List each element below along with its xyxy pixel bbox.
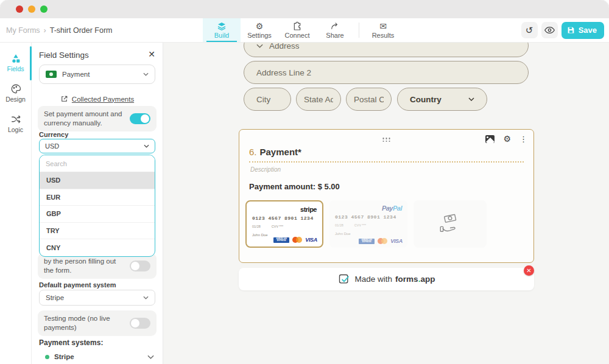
city-input[interactable]: City (244, 88, 291, 111)
payment-field-block[interactable]: ⚙ ⋮ 6.Payment* Description Payment amoun… (239, 129, 534, 263)
chevron-down-icon (143, 296, 149, 299)
panel-title: Field Settings (39, 51, 89, 60)
address-line2-input[interactable]: Address Line 2 (244, 61, 529, 84)
currency-option-cny[interactable]: CNY (40, 239, 155, 256)
gear-icon: ⚙ (256, 21, 264, 31)
manual-amount-toggle[interactable] (130, 113, 150, 124)
paypal-card-option[interactable]: PayPal 0123 4567 8901 1234 01/28 CVV ***… (329, 200, 407, 248)
currency-select[interactable]: USD (39, 139, 155, 153)
gear-icon[interactable]: ⚙ (503, 135, 511, 143)
remove-badge-button[interactable]: ✕ (524, 265, 534, 276)
palette-icon (10, 83, 21, 94)
payment-system-stripe-label: Stripe (54, 353, 74, 360)
card-number: 0123 4567 8901 1234 (252, 215, 314, 221)
puzzle-icon (292, 21, 302, 31)
breadcrumb-separator: › (44, 26, 46, 35)
country-select[interactable]: Country (397, 88, 487, 111)
sidebar-fields-label: Fields (7, 65, 24, 72)
person-decides-toggle[interactable] (130, 261, 150, 271)
visa-logo: VISA (305, 237, 317, 243)
minimize-window-button[interactable] (28, 5, 35, 13)
tab-share-label: Share (326, 32, 343, 39)
chevron-down-icon (468, 97, 474, 101)
payment-field-title: 6.Payment* (249, 147, 301, 157)
currency-option-eur[interactable]: EUR (40, 189, 155, 206)
close-icon[interactable]: ✕ (148, 49, 155, 59)
field-type-select[interactable]: Payment (39, 65, 155, 84)
tab-settings-label: Settings (247, 32, 272, 39)
save-button[interactable]: Save (561, 22, 604, 39)
made-with-badge[interactable]: Made with forms.app (239, 268, 534, 290)
collected-payments-label: Collected Payments (72, 96, 134, 103)
manual-payment-card-option[interactable] (414, 200, 487, 248)
manual-amount-label: Set payment amount and currency manually… (44, 110, 125, 128)
description-placeholder[interactable]: Description (250, 166, 281, 173)
image-icon[interactable] (485, 135, 495, 143)
tab-build-label: Build (214, 32, 229, 39)
chevron-down-icon (143, 72, 149, 76)
history-button[interactable]: ↺ (521, 22, 538, 38)
breadcrumb: My Forms › T-shirt Order Form (6, 18, 113, 42)
tab-settings[interactable]: ⚙ Settings (241, 18, 278, 42)
card-name: John Doe (335, 232, 351, 236)
tab-connect[interactable]: Connect (278, 18, 316, 42)
state-placeholder: State Add (304, 95, 333, 104)
share-arrow-icon (330, 21, 340, 31)
sidebar-item-design[interactable]: Design (0, 78, 31, 108)
zoom-window-button[interactable] (40, 5, 48, 13)
default-payment-label: Default payment system (39, 281, 116, 289)
left-rail: Fields Design Logic (0, 43, 32, 364)
collected-payments-link[interactable]: Collected Payments (32, 95, 163, 103)
address-label: Address (269, 43, 300, 51)
close-window-button[interactable] (16, 5, 23, 13)
currency-search-input[interactable] (40, 155, 155, 172)
currency-option-gbp[interactable]: GBP (40, 206, 155, 223)
tab-build[interactable]: Build (203, 18, 241, 42)
drag-handle-icon[interactable] (382, 138, 390, 142)
payment-systems-label: Payment systems: (39, 338, 103, 347)
sidebar-design-label: Design (5, 96, 26, 103)
stripe-logo: stripe (300, 206, 317, 213)
postal-code-input[interactable]: Postal Co (346, 88, 392, 111)
preview-button[interactable] (541, 22, 558, 38)
default-payment-select[interactable]: Stripe (39, 290, 155, 306)
forms-app-logo-icon (338, 273, 350, 285)
currency-value: USD (45, 142, 59, 150)
country-label: Country (410, 95, 442, 104)
testing-mode-toggle[interactable] (130, 318, 150, 329)
state-input[interactable]: State Add (296, 88, 341, 111)
tab-results-label: Results (372, 32, 395, 39)
currency-option-try[interactable]: TRY (40, 223, 155, 240)
currency-dropdown: USD EUR GBP TRY CNY (39, 155, 155, 257)
sidebar-item-fields[interactable]: Fields (0, 47, 31, 78)
save-button-label: Save (579, 26, 597, 35)
default-payment-value: Stripe (46, 294, 64, 301)
address-select[interactable]: Address (244, 43, 529, 57)
stripe-card-option[interactable]: stripe 0123 4567 8901 1234 01/28 CVV ***… (245, 200, 323, 248)
sidebar-item-logic[interactable]: Logic (0, 108, 31, 139)
kebab-menu-icon[interactable]: ⋮ (519, 135, 527, 143)
breadcrumb-my-forms[interactable]: My Forms (6, 26, 40, 35)
top-navbar: My Forms › T-shirt Order Form Build ⚙ Se… (0, 18, 609, 43)
manual-amount-row: Set payment amount and currency manually… (38, 106, 157, 131)
breadcrumb-form-name: T-shirt Order Form (50, 26, 113, 35)
chevron-down-icon (147, 355, 154, 359)
tab-results[interactable]: ✉ Results (364, 18, 402, 42)
app-window: My Forms › T-shirt Order Form Build ⚙ Se… (0, 0, 609, 364)
payment-system-stripe-row[interactable]: Stripe (45, 353, 154, 360)
navbar-actions: ↺ Save (521, 18, 604, 42)
currency-option-usd[interactable]: USD (40, 172, 155, 189)
payment-method-cards: stripe 0123 4567 8901 1234 01/28 CVV ***… (245, 200, 487, 248)
card-valid: 01/28 (252, 225, 261, 228)
visa-logo: VISA (390, 238, 403, 244)
city-placeholder: City (256, 95, 270, 104)
external-link-icon (60, 95, 68, 103)
currency-label: Currency (39, 131, 68, 138)
mastercard-logo (378, 238, 387, 244)
fields-shapes-icon (10, 53, 21, 64)
card-cvv: CVV *** (354, 223, 366, 227)
field-title-text: Payment* (260, 147, 301, 157)
testing-mode-label: Testing mode (no live payments) (44, 314, 125, 332)
chevron-down-icon (256, 44, 263, 48)
tab-share[interactable]: Share (316, 18, 354, 42)
